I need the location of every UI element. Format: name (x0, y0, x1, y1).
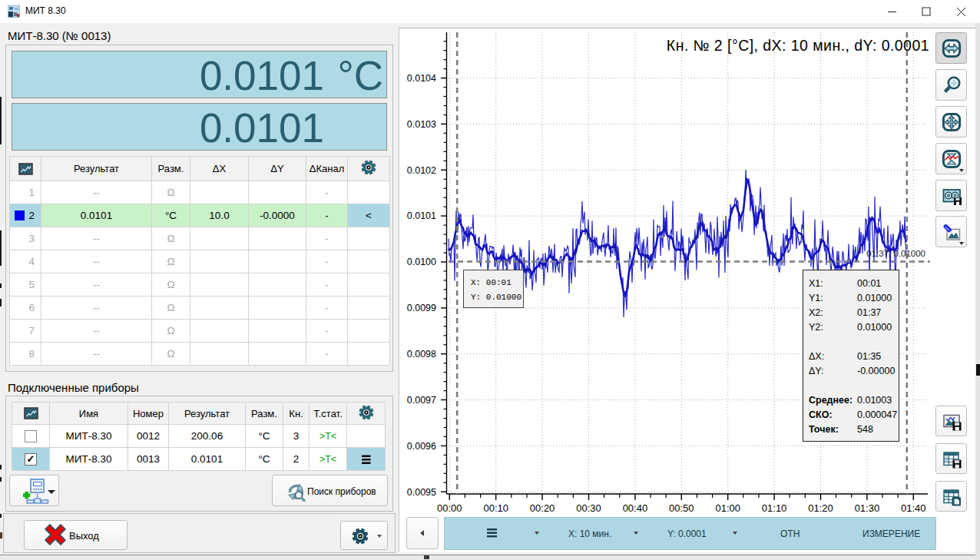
svg-text:0.0098: 0.0098 (407, 349, 436, 360)
svg-text:00:30: 00:30 (576, 502, 601, 514)
svg-text:0.0104: 0.0104 (407, 73, 436, 84)
svg-text:0.0102: 0.0102 (407, 165, 436, 176)
svg-text:00:00: 00:00 (437, 502, 462, 514)
svg-text:0.0097: 0.0097 (407, 395, 436, 406)
svg-text:00:20: 00:20 (530, 502, 555, 514)
svg-text:01:00: 01:00 (715, 502, 740, 514)
svg-text:0.0095: 0.0095 (407, 487, 436, 498)
svg-text:01:10: 01:10 (762, 502, 787, 514)
svg-text:00:40: 00:40 (623, 502, 648, 514)
svg-text:01:30: 01:30 (855, 502, 880, 514)
svg-text:0.0101: 0.0101 (407, 210, 436, 221)
svg-text:00:50: 00:50 (669, 502, 694, 514)
svg-text:01:37, 0.01000: 01:37, 0.01000 (866, 249, 925, 258)
svg-text:00:10: 00:10 (483, 502, 508, 514)
svg-text:0.0103: 0.0103 (407, 119, 436, 130)
svg-text:0.0096: 0.0096 (407, 441, 436, 452)
svg-text:0.0099: 0.0099 (407, 303, 436, 313)
svg-text:01:40: 01:40 (901, 502, 926, 514)
svg-text:01:20: 01:20 (808, 502, 833, 514)
svg-text:0.0100: 0.0100 (407, 257, 436, 267)
